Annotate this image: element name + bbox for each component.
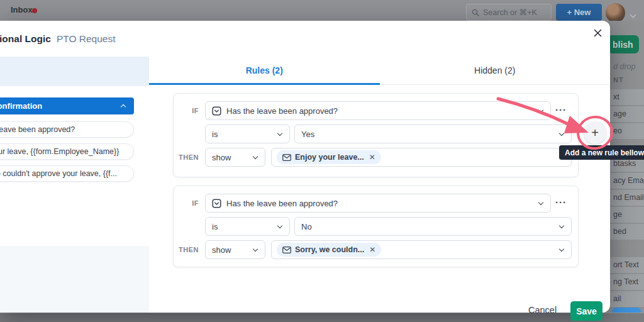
inbox-link[interactable]: Inbox [11,5,33,14]
topbar: Inbox Search or ⌘+K + New [0,0,644,21]
chevron-down-icon [253,154,258,159]
add-rule-tooltip: Add a new rule bellow [559,145,644,160]
rule-card-2: IF Has the leave been approved? ··· is N… [173,186,579,267]
tab-rules[interactable]: Rules (2) [149,57,380,84]
email-fields-panel: Email Confirmation Has the leave been ap… [0,57,149,313]
panel-top-strip [0,57,149,86]
element-item[interactable]: ail [610,291,644,307]
element-item[interactable]: ng Text [610,274,644,290]
chevron-down-icon [538,108,543,113]
element-item[interactable]: acy Email [610,173,644,189]
rule-card-1: IF Has the leave been approved? ··· is Y… [173,93,579,177]
user-avatar[interactable] [606,3,625,23]
chevron-down-icon [277,223,282,228]
operator-select[interactable]: is [205,125,290,143]
element-item[interactable]: nd Email [610,190,644,206]
email-confirmation-label: Email Confirmation [0,101,42,111]
add-rule-button[interactable]: + [584,121,606,144]
field-pill[interactable]: Sorry, we couldn't approve your leave, {… [0,165,134,182]
value-select[interactable]: Yes [294,125,572,143]
email-accordion: Email Confirmation Has the leave been ap… [0,86,149,246]
save-button[interactable]: Save [570,301,602,321]
target-select[interactable]: Sorry, we couldn... ✕ [271,240,572,259]
then-label: THEN [174,240,199,259]
chevron-up-icon [121,104,126,109]
target-chip-label: Sorry, we couldn... [295,245,364,254]
element-item[interactable]: age [610,106,644,122]
operator-value: is [212,130,218,139]
action-value: show [212,245,231,255]
app-screen: Inbox Search or ⌘+K + New blish d drop N… [0,0,644,322]
element-item[interactable]: ort Text [610,257,644,273]
chevron-down-icon [277,131,282,136]
field-pill[interactable]: Has the leave been approved? [0,121,134,138]
drag-drop-hint: d drop [613,62,635,71]
chevron-down-icon [253,247,258,252]
operator-value: is [212,222,218,231]
element-item[interactable]: eo [610,123,644,139]
email-confirmation-header[interactable]: Email Confirmation [0,97,134,114]
elements-heading: NT [613,76,624,84]
if-label: IF [174,101,199,120]
modal-title-form-name: PTO Request [57,33,116,45]
search-icon [472,9,479,16]
conditional-logic-modal: Conditional Logic PTO Request Email Conf… [0,21,610,313]
element-item[interactable]: ge [610,207,644,223]
search-placeholder: Search or ⌘+K [483,8,537,17]
target-chip: Enjoy your leave... ✕ [277,150,381,164]
modal-tabs: Rules (2) Hidden (2) [149,57,610,85]
cancel-button[interactable]: Cancel [528,305,557,315]
chevron-down-icon [538,200,543,205]
operator-select[interactable]: is [205,217,290,236]
if-field-value: Has the leave been approved? [226,106,338,116]
remove-chip-icon[interactable]: ✕ [369,153,375,162]
value-text: Yes [301,130,314,139]
modal-title-main: Conditional Logic [0,33,51,45]
value-select[interactable]: No [294,217,572,236]
target-chip-label: Enjoy your leave... [295,153,364,162]
target-select[interactable]: Enjoy your leave... ✕ [271,148,572,167]
chevron-down-icon [559,131,564,136]
if-label: IF [174,194,199,213]
help-button[interactable]: Help [612,308,641,313]
element-item[interactable]: xt [610,89,644,105]
element-item[interactable]: bed [610,224,644,240]
account-chevron-down-icon[interactable] [631,8,635,19]
more-options-icon[interactable]: ··· [555,197,567,208]
dropdown-field-icon [212,199,221,208]
modal-title: Conditional Logic PTO Request [0,21,327,57]
email-icon [282,247,291,253]
action-select[interactable]: show [205,148,265,167]
publish-button[interactable]: blish [610,35,639,53]
chevron-down-icon [559,247,564,252]
remove-chip-icon[interactable]: ✕ [369,245,375,254]
if-field-value: Has the leave been approved? [226,199,338,208]
action-select[interactable]: show [205,240,265,259]
then-label: THEN [174,148,199,167]
if-field-select[interactable]: Has the leave been approved? [205,194,551,213]
tab-hidden[interactable]: Hidden (2) [380,57,611,84]
email-icon [282,154,291,161]
action-value: show [212,153,231,162]
chevron-down-icon [559,223,564,228]
new-button[interactable]: + New [556,4,602,21]
if-field-select[interactable]: Has the leave been approved? [205,101,551,120]
value-text: No [301,222,312,231]
global-search-input[interactable]: Search or ⌘+K [466,4,552,21]
more-options-icon[interactable]: ··· [555,104,567,115]
dropdown-field-icon [212,106,221,116]
target-chip: Sorry, we couldn... ✕ [277,243,381,257]
close-icon[interactable] [589,25,606,41]
notification-dot [32,8,37,13]
field-pill[interactable]: Enjoy your leave, {{form.Employee_Name}} [0,143,134,160]
form-elements-sidebar: blish d drop NT xt age eo btasks acy Ema… [610,21,644,313]
